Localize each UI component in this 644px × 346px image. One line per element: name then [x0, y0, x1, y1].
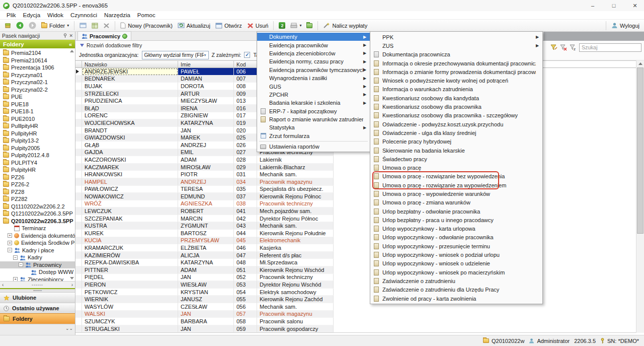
sidebar-folder[interactable]: PulpityHR	[0, 166, 75, 174]
menu-item[interactable]: Zaświadczenie o zatrudnieniu	[370, 276, 542, 285]
panel-options-icon[interactable]: ⌄⌄	[65, 326, 73, 331]
menu-item[interactable]: Zaświadczenie o zatrudnieniu dla Urzędu …	[370, 286, 542, 294]
menu-item[interactable]: Umowa o pracę - rozwiązanie za wypowiedz…	[370, 181, 542, 189]
sidebar-hscrollbar[interactable]: ‹ •••••• ›	[0, 281, 75, 288]
view-card-button[interactable]	[77, 22, 89, 30]
sidebar-folder[interactable]: PZ28	[0, 188, 75, 196]
menubar-item-edycja[interactable]: Edycja	[20, 12, 44, 18]
tree-expander-icon[interactable]: +	[8, 241, 12, 245]
tree-expander-icon[interactable]: −	[13, 255, 18, 260]
menu-item[interactable]: Umowa o pracę - zmiana warunków	[370, 198, 542, 207]
sidebar-folder[interactable]: PulllpityHR	[0, 122, 75, 130]
table-row[interactable]: SZCZEPANIAKMARCIN042Dyrektor Rejonu Półn…	[75, 215, 636, 223]
home-button[interactable]	[3, 21, 13, 30]
menu-item[interactable]: Oświadczenie - ulga dla klasy średniej	[370, 128, 542, 137]
update-button[interactable]: Aktualizuj	[176, 21, 212, 30]
sidebar-folder[interactable]: Pulpity2012.4.8	[0, 152, 75, 159]
scroll-down-icon[interactable]	[70, 277, 74, 280]
layout-button[interactable]	[90, 22, 100, 30]
menu-item[interactable]: Kwestionariusz osobowy dla pracownika - …	[370, 111, 542, 120]
table-row[interactable]: PIERONWIESŁAW053Dyrektor Rejonu Wschód	[75, 281, 636, 289]
grid-header-kod[interactable]: Kod	[234, 61, 257, 67]
table-row[interactable]: SZUMCZYKBARBARA058Pracownik salonu	[75, 318, 636, 325]
menu-item[interactable]: Kwestionariusz osobowy dla kandydata	[370, 94, 542, 102]
org-unit-select[interactable]: Główny wydział firmy (FIRMA) ▾	[142, 51, 209, 59]
menu-item[interactable]: Ewidencja normy, czasu pracy▶	[257, 57, 370, 65]
tree-expander-icon[interactable]: −	[8, 248, 12, 252]
menu-item[interactable]: ERP-7 - kapitał początkowy	[257, 107, 370, 115]
pin-icon[interactable]	[63, 33, 67, 38]
menubar-item-pomoc[interactable]: Pomoc	[134, 12, 159, 18]
table-row[interactable]: KUSTRAZYGMUNT043Mechanik sam.	[75, 222, 636, 230]
tree-item[interactable]: −Kadry	[0, 254, 75, 261]
panel-ostatnio-u-ywane[interactable]: Ostatnio używane	[0, 303, 75, 313]
collapse-icon[interactable]: «	[69, 41, 72, 47]
scroll-right-icon[interactable]: ›	[71, 282, 73, 288]
sidebar-folder[interactable]: PUE	[0, 93, 75, 101]
sidebar-folder[interactable]: Przyczyna02-2	[0, 86, 75, 94]
table-row[interactable]: PAWŁOWICZTERESA035Specjalista d/s ubezpi…	[75, 186, 636, 193]
menu-item[interactable]: Wynagrodzenia i zasiłki▶	[257, 74, 370, 82]
dependents-checkbox[interactable]: ✓	[244, 52, 250, 58]
sidebar-folder[interactable]: Przyczyna02-1	[0, 79, 75, 86]
menu-item[interactable]: ZPCHR▶	[257, 91, 370, 99]
delete-button[interactable]: Usuń	[245, 22, 271, 30]
menu-item[interactable]: Ewidencja pracowników▶	[257, 41, 370, 49]
menu-item[interactable]: Badania lekarskie i szkolenia▶	[257, 99, 370, 107]
tree-expander-icon[interactable]: +	[13, 277, 18, 281]
sidebar-folder[interactable]: Premia2104	[0, 49, 75, 57]
menu-item[interactable]: Urlop bezpłatny - odwołanie pracownika	[370, 207, 542, 216]
print-button[interactable]: ▾	[288, 22, 303, 30]
maximize-button[interactable]: □	[605, 0, 623, 11]
menu-item[interactable]: Informacja o zmianie formy prowadzenia d…	[370, 67, 542, 76]
table-row[interactable]: LEWCZUKROBERT041Mech.pojazdów sam.	[75, 207, 636, 215]
open-folder-button[interactable]	[304, 22, 314, 29]
sidebar-folder[interactable]: PZ282	[0, 195, 75, 203]
table-row[interactable]: PIĘDELJAN052Pracownik techniczny	[75, 274, 636, 282]
calc-payroll-button[interactable]: Nalicz wypłaty	[321, 21, 369, 30]
scrollbar-thumb[interactable]	[637, 67, 643, 234]
scroll-up-icon[interactable]	[636, 60, 644, 67]
search-input[interactable]	[579, 43, 641, 52]
tree-item[interactable]: −Pracownicy	[0, 261, 75, 269]
pane-splitter[interactable]: •••••••	[0, 288, 75, 292]
menu-item[interactable]: Świadectwo pracy	[370, 155, 542, 163]
tree-item[interactable]: +Zleceniobiorcy	[0, 276, 75, 282]
menu-item[interactable]: Polecenie pracy hybrydowej	[370, 137, 542, 146]
menu-item[interactable]: Dokumenty▶	[257, 33, 370, 41]
open-button[interactable]: Otwórz	[213, 22, 244, 30]
scroll-up-icon[interactable]	[70, 50, 74, 52]
menu-item[interactable]: ZUS▶	[370, 41, 542, 50]
sidebar-folder[interactable]: PullpityHR	[0, 130, 75, 137]
menu-item[interactable]: Statystyka▶	[257, 123, 370, 131]
folder-menu-button[interactable]: Folder▾	[39, 22, 71, 30]
scroll-left-icon[interactable]: ‹	[2, 282, 4, 288]
panel-foldery[interactable]: Foldery	[0, 313, 75, 324]
menu-item[interactable]: PPK▶	[370, 33, 542, 41]
close-button[interactable]: ✕	[626, 0, 644, 11]
menu-item[interactable]: Umowa o pracę - wypowiedzenie warunków	[370, 189, 542, 198]
sidebar-folder[interactable]: PZ26-2	[0, 181, 75, 188]
table-row[interactable]: WRÓŻAGNIESZKA038Pracownik techniczny	[75, 200, 636, 208]
sidebar-folder[interactable]: PUE18	[0, 101, 75, 108]
menu-item[interactable]: Urlop wypoczynkowy - przesunięcie termin…	[370, 242, 542, 250]
table-row[interactable]: WASYLÓWCZESŁAW056Mechanik sam.	[75, 303, 636, 311]
table-row[interactable]: KACZOROWSKIADAM028Lakiernik	[75, 156, 636, 164]
menu-item[interactable]: Raport o zmianie warunków zatrudnienia	[257, 115, 370, 123]
folders-banner[interactable]: Foldery «	[0, 40, 75, 48]
table-row[interactable]: KAZIMIERÓWALICJA047Referent d/s płac	[75, 252, 636, 259]
table-row[interactable]: KRAMARCZUKELŻBIETA046Kasjerka	[75, 244, 636, 252]
filter-edit-icon[interactable]	[550, 44, 557, 51]
menu-item[interactable]: Urlop wypoczynkowy - karta urlopowa	[370, 225, 542, 233]
menu-item[interactable]: Ewidencja pracowników tymczasowych▶	[257, 66, 370, 74]
table-row[interactable]: KUCIAPRZEMYSŁAW045Elektromechanik	[75, 237, 636, 245]
tree-item[interactable]: +Ewidencja Środków Pier	[0, 239, 75, 247]
sidebar-folder[interactable]: PUE18-1	[0, 108, 75, 115]
table-row[interactable]: HAMPELANDRZEJ034Pracownik magazynu	[75, 178, 636, 186]
table-row[interactable]: WALSKIJAN057Pracownik magazynu	[75, 311, 636, 318]
new-button[interactable]: Nowy (Pracownik)	[118, 21, 175, 30]
menubar-item-narz-dzia[interactable]: Narzędzia	[101, 12, 134, 18]
table-row[interactable]: RZEPKA-DAWISKIBAKATARZYNA048Mł.Sprzedawc…	[75, 259, 636, 266]
tree-item[interactable]: +Ewidencja dokumentów	[0, 232, 75, 240]
tree-expander-icon[interactable]: −	[19, 262, 23, 267]
